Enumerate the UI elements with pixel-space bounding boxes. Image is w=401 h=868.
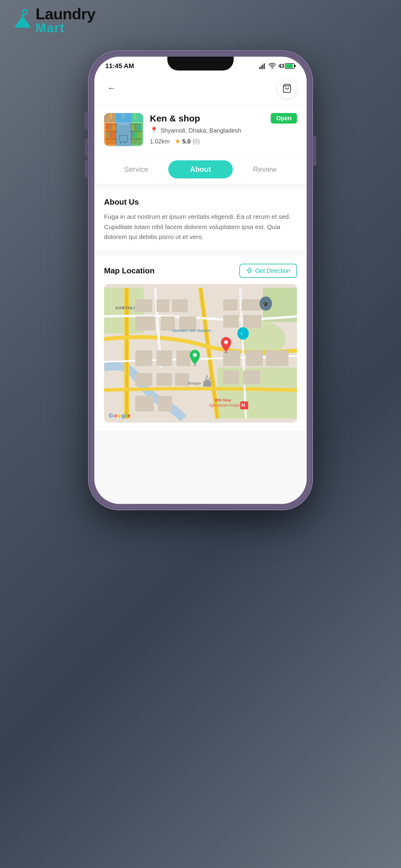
svg-rect-62 bbox=[243, 370, 260, 384]
about-section: About Us Fuga in aut nostrum et ipsum ve… bbox=[94, 189, 307, 250]
svg-point-83 bbox=[224, 340, 228, 344]
shop-card: Ken & shop Open 📍 Shyamoli, Dhaka, Bangl… bbox=[94, 104, 307, 155]
rating-count: (0) bbox=[192, 138, 199, 145]
tab-service[interactable]: Service bbox=[104, 160, 168, 179]
svg-rect-27 bbox=[131, 124, 133, 130]
shop-image-inner bbox=[104, 113, 143, 146]
svg-rect-52 bbox=[242, 299, 261, 311]
svg-rect-63 bbox=[135, 373, 152, 386]
status-bar: 11:45 AM bbox=[94, 57, 307, 72]
svg-rect-28 bbox=[134, 124, 136, 130]
app-content: ← bbox=[94, 72, 307, 504]
distance-text: 1.02km bbox=[150, 138, 170, 145]
svg-rect-2 bbox=[261, 66, 262, 69]
battery-icon: 43 bbox=[278, 63, 296, 69]
svg-rect-38 bbox=[122, 113, 124, 119]
map-container[interactable]: GABTOLI Liberation War Museum i Mosque bbox=[104, 284, 297, 423]
svg-rect-48 bbox=[135, 316, 155, 330]
svg-text:Mosque: Mosque bbox=[188, 381, 201, 385]
svg-rect-25 bbox=[130, 131, 142, 132]
svg-rect-16 bbox=[106, 124, 109, 130]
svg-rect-37 bbox=[110, 113, 112, 119]
about-title: About Us bbox=[104, 197, 297, 207]
logo-mart-text: Mart bbox=[36, 22, 95, 34]
svg-point-34 bbox=[120, 142, 122, 144]
svg-rect-18 bbox=[113, 124, 116, 130]
svg-rect-59 bbox=[246, 350, 263, 366]
svg-text:Liberation War Museum: Liberation War Museum bbox=[172, 329, 211, 333]
svg-rect-39 bbox=[134, 113, 136, 119]
logo: Laundry Mart bbox=[12, 6, 95, 34]
logo-text: Laundry Mart bbox=[36, 6, 95, 34]
svg-rect-29 bbox=[137, 124, 141, 130]
open-badge: Open bbox=[271, 113, 297, 124]
svg-rect-20 bbox=[110, 132, 112, 137]
wifi-icon bbox=[269, 62, 276, 70]
shopping-bag-icon bbox=[282, 84, 292, 93]
svg-rect-77 bbox=[207, 375, 208, 378]
svg-rect-8 bbox=[285, 64, 293, 68]
svg-rect-76 bbox=[209, 377, 211, 380]
svg-point-70 bbox=[237, 327, 249, 339]
map-header: Map Location Get Direction bbox=[104, 264, 297, 278]
svg-rect-22 bbox=[118, 125, 130, 146]
svg-rect-33 bbox=[120, 135, 127, 142]
map-title: Map Location bbox=[104, 266, 155, 276]
svg-rect-3 bbox=[262, 64, 263, 69]
svg-rect-54 bbox=[243, 315, 261, 328]
back-arrow-icon: ← bbox=[107, 84, 116, 93]
svg-rect-7 bbox=[295, 65, 296, 67]
notch bbox=[167, 57, 234, 70]
svg-rect-45 bbox=[135, 299, 152, 312]
google-logo: G o o g l e bbox=[109, 412, 130, 419]
svg-point-5 bbox=[272, 67, 273, 69]
about-text: Fuga in aut nostrum et ipsum veritatis e… bbox=[104, 212, 297, 242]
svg-rect-53 bbox=[223, 315, 239, 328]
location-pin-icon: 📍 bbox=[150, 127, 158, 134]
tab-review[interactable]: Review bbox=[233, 160, 297, 179]
svg-text:GABTOLI: GABTOLI bbox=[116, 306, 135, 310]
status-time: 11:45 AM bbox=[105, 62, 134, 70]
rating: ★ 5.0 (0) bbox=[175, 137, 200, 145]
svg-rect-56 bbox=[156, 350, 172, 366]
svg-rect-51 bbox=[223, 299, 237, 311]
svg-rect-4 bbox=[264, 63, 265, 69]
signal-icon bbox=[259, 62, 266, 70]
svg-text:Specialized Hospital: Specialized Hospital bbox=[209, 403, 242, 407]
svg-point-35 bbox=[124, 142, 126, 144]
get-direction-button[interactable]: Get Direction bbox=[239, 264, 297, 278]
svg-rect-10 bbox=[104, 113, 143, 146]
cart-button[interactable] bbox=[277, 79, 297, 98]
battery-level: 43 bbox=[278, 63, 284, 69]
map-svg: GABTOLI Liberation War Museum i Mosque bbox=[104, 284, 297, 423]
shop-location: 📍 Shyamoli, Dhaka, Bangladesh bbox=[150, 127, 297, 134]
svg-rect-26 bbox=[130, 138, 142, 140]
svg-rect-66 bbox=[135, 396, 154, 411]
app-header: ← bbox=[94, 72, 307, 104]
svg-rect-61 bbox=[223, 370, 239, 384]
svg-rect-67 bbox=[158, 396, 172, 411]
shop-image bbox=[104, 113, 143, 146]
svg-rect-47 bbox=[172, 299, 188, 312]
svg-rect-31 bbox=[134, 132, 136, 137]
logo-icon bbox=[12, 7, 33, 34]
svg-rect-64 bbox=[156, 373, 172, 386]
svg-rect-30 bbox=[131, 132, 133, 137]
back-button[interactable]: ← bbox=[104, 81, 119, 96]
svg-rect-23 bbox=[130, 124, 142, 145]
svg-rect-24 bbox=[130, 124, 142, 124]
svg-rect-65 bbox=[175, 373, 189, 386]
tab-about[interactable]: About bbox=[168, 160, 233, 179]
status-icons: 43 bbox=[259, 62, 296, 70]
svg-rect-11 bbox=[104, 122, 143, 146]
direction-icon bbox=[246, 267, 253, 274]
get-direction-label: Get Direction bbox=[255, 267, 290, 274]
location-text: Shyamoli, Dhaka, Bangladesh bbox=[160, 127, 241, 134]
svg-rect-12 bbox=[105, 124, 117, 145]
svg-rect-21 bbox=[113, 132, 116, 137]
svg-rect-57 bbox=[176, 350, 190, 366]
phone-screen: 11:45 AM bbox=[94, 57, 307, 504]
svg-text:🎓: 🎓 bbox=[262, 301, 269, 307]
shop-meta: 1.02km ★ 5.0 (0) bbox=[150, 137, 297, 145]
rating-value: 5.0 bbox=[182, 138, 191, 145]
